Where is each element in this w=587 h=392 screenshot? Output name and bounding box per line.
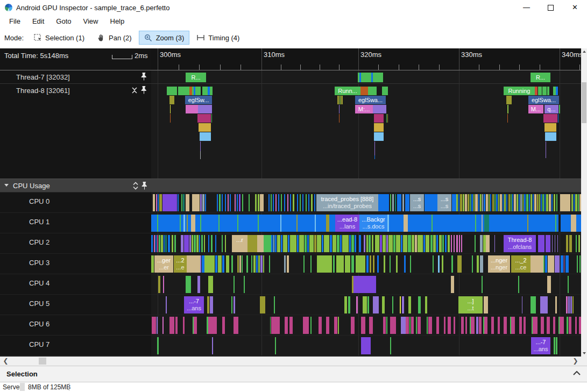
cpu-slice-labeled[interactable]: ...2...e [174,255,187,273]
cpu-segment[interactable] [174,235,176,252]
cpu-segment[interactable] [506,194,507,211]
cpu-segment[interactable] [268,194,270,211]
cpu-segment[interactable] [568,276,569,293]
cpu-segment[interactable] [372,235,373,252]
cpu-segment[interactable] [473,194,475,211]
cpu-segment[interactable] [215,235,216,252]
cpu-segment[interactable] [406,317,409,334]
cpu-segment[interactable] [186,276,191,293]
cpu-segment[interactable] [527,215,528,232]
cpu-segment[interactable] [512,194,513,211]
cpu-segment[interactable] [454,317,455,334]
cpu-segment[interactable] [253,255,256,273]
menu-item-goto[interactable]: Goto [51,16,76,26]
thread-slice[interactable]: Running [504,87,535,95]
cpu-segment[interactable] [364,235,365,252]
cpu-segment[interactable] [383,317,386,334]
cpu-segment[interactable] [222,255,224,273]
cpu-segment[interactable] [468,194,469,211]
cpu-segment[interactable] [258,255,260,273]
thread-slice[interactable]: eglSw... [185,96,212,104]
cpu-segment[interactable] [307,235,309,252]
cpu-segment[interactable] [554,337,555,354]
cpu-segment[interactable] [460,194,462,211]
cpu-segment[interactable] [498,194,499,211]
cpu-segment[interactable] [275,337,276,354]
mode-button-pan[interactable]: Pan (2) [91,31,137,45]
pin-icon[interactable] [140,86,148,95]
cpu-segment[interactable] [153,194,155,211]
cpu-segment[interactable] [480,235,483,252]
cpu-slice-labeled[interactable]: ...ead-8...lans [335,215,359,232]
cpu-segment[interactable] [151,235,153,252]
cpu-segment[interactable] [181,194,182,211]
cpu-segment[interactable] [158,194,159,211]
cpu-segment[interactable] [269,255,270,273]
thread-slice[interactable] [373,105,386,113]
cpu-segment[interactable] [181,235,183,252]
scroll-left-button[interactable]: ❮ [1,357,10,366]
cpu-segment[interactable] [396,235,400,252]
cpu-segment[interactable] [310,255,312,273]
cpu-segment[interactable] [187,215,188,232]
cpu-segment[interactable] [383,235,386,252]
thread-slice[interactable] [200,132,211,141]
cpu-segment[interactable] [442,235,444,252]
cpu-segment[interactable] [496,194,498,211]
cpu-segment[interactable] [324,235,329,252]
mode-button-selection[interactable]: Selection (1) [28,31,90,45]
cpu-segment[interactable] [166,296,167,313]
cpu-segment[interactable] [540,296,548,313]
cpu-segment[interactable] [314,235,316,252]
cpu-segment[interactable] [448,235,450,252]
thread-slice[interactable] [210,87,213,95]
cpu-segment[interactable] [476,317,478,334]
thread-slice[interactable] [361,73,371,82]
cpu-segment[interactable] [296,215,298,232]
cpu-segment[interactable] [433,255,434,273]
cpu-segment[interactable] [380,235,382,252]
cpu-segment[interactable] [375,235,379,252]
cpu-segment[interactable] [388,235,393,252]
cpu-segment[interactable] [486,194,488,211]
cpu-segment[interactable] [189,235,191,252]
cpu-segment[interactable] [408,235,411,252]
cpu-segment[interactable] [218,255,222,273]
cpu-segment[interactable] [524,194,526,211]
thread-slice[interactable] [544,123,556,132]
thread-slice[interactable] [170,114,171,123]
thread-slice[interactable] [382,87,388,95]
thread-slice[interactable]: M:... [355,105,373,113]
cpu-segment[interactable] [470,194,471,211]
cpu-segment[interactable] [161,235,163,252]
cpu-segment[interactable] [576,235,577,252]
cpu-segment[interactable] [514,194,516,211]
vertical-scrollbar[interactable] [581,48,587,357]
cpu-segment[interactable] [300,194,301,211]
expand-rows-icon[interactable] [132,182,140,190]
cpu-segment[interactable] [274,296,275,313]
cpu-segment[interactable] [303,255,305,273]
cpu-segment[interactable] [410,255,411,273]
cpu-slice-labeled[interactable]: ...r [232,235,247,252]
cpu-segment[interactable] [556,337,557,354]
cpu-segment[interactable] [200,255,201,273]
cpu-segment[interactable] [271,194,272,211]
cpu-segment[interactable] [479,317,482,334]
cpu-segment[interactable] [288,235,289,252]
cpu-segment[interactable] [412,235,414,252]
cpu-segment[interactable] [201,235,203,252]
cpu-slice-labeled[interactable]: ..._2...ce [511,255,531,273]
cpu-slice-labeled[interactable]: ...s...s [410,194,424,211]
cpu-segment[interactable] [405,194,409,211]
cpu-segment[interactable] [218,215,220,232]
thread-slice[interactable] [535,87,538,95]
cpu-segment[interactable] [208,276,213,293]
thread-slice[interactable] [197,114,211,123]
cpu-segment[interactable] [344,296,347,313]
scroll-down-button[interactable] [581,350,587,357]
cpu-segment[interactable] [275,194,277,211]
cpu-segment[interactable] [484,296,488,313]
cpu-segment[interactable] [242,194,243,211]
cpu-segment[interactable] [152,317,156,334]
